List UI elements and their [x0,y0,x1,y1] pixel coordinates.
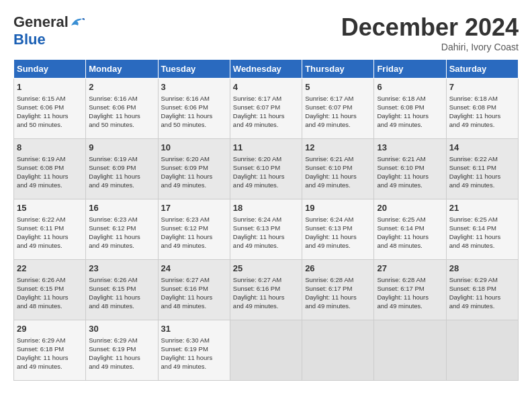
day-info: Sunrise: 6:18 AM Sunset: 6:08 PM Dayligh… [449,95,515,129]
calendar-table: SundayMondayTuesdayWednesdayThursdayFrid… [13,59,519,381]
calendar-day-cell: 19Sunrise: 6:24 AM Sunset: 6:13 PM Dayli… [302,199,374,260]
calendar-week-row: 29Sunrise: 6:29 AM Sunset: 6:18 PM Dayli… [14,320,519,381]
day-info: Sunrise: 6:30 AM Sunset: 6:19 PM Dayligh… [161,336,227,371]
day-info: Sunrise: 6:23 AM Sunset: 6:12 PM Dayligh… [161,216,227,250]
day-number: 17 [161,202,227,214]
calendar-day-cell: 21Sunrise: 6:25 AM Sunset: 6:14 PM Dayli… [446,199,518,260]
calendar-day-cell: 18Sunrise: 6:24 AM Sunset: 6:13 PM Dayli… [230,199,302,260]
calendar-day-cell: 10Sunrise: 6:20 AM Sunset: 6:09 PM Dayli… [158,139,230,199]
day-number: 4 [233,81,299,93]
day-of-week-header: Monday [86,60,158,79]
day-info: Sunrise: 6:22 AM Sunset: 6:11 PM Dayligh… [449,155,515,189]
logo: General Blue [13,13,85,48]
title-area: December 2024 Dahiri, Ivory Coast [341,13,519,52]
calendar-day-cell: 8Sunrise: 6:19 AM Sunset: 6:08 PM Daylig… [14,139,86,199]
calendar-day-cell: 24Sunrise: 6:27 AM Sunset: 6:16 PM Dayli… [158,260,230,320]
calendar-day-cell [302,320,374,381]
day-number: 21 [449,202,515,214]
day-number: 5 [305,81,371,93]
day-number: 14 [449,142,515,154]
calendar-day-cell: 1Sunrise: 6:15 AM Sunset: 6:06 PM Daylig… [14,79,86,139]
calendar-day-cell: 26Sunrise: 6:28 AM Sunset: 6:17 PM Dayli… [302,260,374,320]
day-of-week-header: Sunday [14,60,86,79]
day-info: Sunrise: 6:18 AM Sunset: 6:08 PM Dayligh… [377,95,443,129]
day-info: Sunrise: 6:29 AM Sunset: 6:19 PM Dayligh… [89,336,154,371]
logo-blue: Blue [13,31,46,48]
calendar-day-cell [446,320,518,381]
calendar-day-cell: 17Sunrise: 6:23 AM Sunset: 6:12 PM Dayli… [158,199,230,260]
day-number: 16 [89,202,154,214]
day-info: Sunrise: 6:25 AM Sunset: 6:14 PM Dayligh… [449,216,515,250]
day-number: 27 [377,263,443,275]
day-number: 8 [17,142,83,154]
calendar-day-cell: 16Sunrise: 6:23 AM Sunset: 6:12 PM Dayli… [86,199,158,260]
day-info: Sunrise: 6:23 AM Sunset: 6:12 PM Dayligh… [89,216,154,250]
calendar-day-cell [230,320,302,381]
day-number: 9 [89,142,154,154]
calendar-day-cell: 30Sunrise: 6:29 AM Sunset: 6:19 PM Dayli… [86,320,158,381]
calendar-day-cell [374,320,446,381]
day-info: Sunrise: 6:25 AM Sunset: 6:14 PM Dayligh… [377,216,443,250]
month-year-title: December 2024 [341,13,519,42]
day-info: Sunrise: 6:27 AM Sunset: 6:16 PM Dayligh… [233,276,299,310]
calendar-week-row: 22Sunrise: 6:26 AM Sunset: 6:15 PM Dayli… [14,260,519,320]
day-info: Sunrise: 6:27 AM Sunset: 6:16 PM Dayligh… [161,276,227,310]
day-number: 11 [233,142,299,154]
day-number: 12 [305,142,371,154]
day-info: Sunrise: 6:26 AM Sunset: 6:15 PM Dayligh… [17,276,83,310]
day-info: Sunrise: 6:19 AM Sunset: 6:09 PM Dayligh… [89,155,154,189]
logo-general: General [13,13,69,31]
day-info: Sunrise: 6:26 AM Sunset: 6:15 PM Dayligh… [89,276,154,310]
calendar-week-row: 8Sunrise: 6:19 AM Sunset: 6:08 PM Daylig… [14,139,519,199]
day-number: 25 [233,263,299,275]
calendar-day-cell: 3Sunrise: 6:16 AM Sunset: 6:06 PM Daylig… [158,79,230,139]
day-info: Sunrise: 6:16 AM Sunset: 6:06 PM Dayligh… [161,95,227,129]
day-info: Sunrise: 6:21 AM Sunset: 6:10 PM Dayligh… [305,155,371,189]
day-info: Sunrise: 6:17 AM Sunset: 6:07 PM Dayligh… [233,95,299,129]
page-header: General Blue December 2024 Dahiri, Ivory… [13,13,519,52]
day-info: Sunrise: 6:24 AM Sunset: 6:13 PM Dayligh… [305,216,371,250]
calendar-day-cell: 12Sunrise: 6:21 AM Sunset: 6:10 PM Dayli… [302,139,374,199]
calendar-day-cell: 20Sunrise: 6:25 AM Sunset: 6:14 PM Dayli… [374,199,446,260]
day-info: Sunrise: 6:20 AM Sunset: 6:10 PM Dayligh… [233,155,299,189]
day-number: 23 [89,263,154,275]
day-number: 15 [17,202,83,214]
calendar-day-cell: 22Sunrise: 6:26 AM Sunset: 6:15 PM Dayli… [14,260,86,320]
day-info: Sunrise: 6:29 AM Sunset: 6:18 PM Dayligh… [17,336,83,371]
calendar-day-cell: 15Sunrise: 6:22 AM Sunset: 6:11 PM Dayli… [14,199,86,260]
calendar-day-cell: 14Sunrise: 6:22 AM Sunset: 6:11 PM Dayli… [446,139,518,199]
day-number: 29 [17,323,83,335]
day-number: 7 [449,81,515,93]
calendar-week-row: 15Sunrise: 6:22 AM Sunset: 6:11 PM Dayli… [14,199,519,260]
day-info: Sunrise: 6:19 AM Sunset: 6:08 PM Dayligh… [17,155,83,189]
day-info: Sunrise: 6:16 AM Sunset: 6:06 PM Dayligh… [89,95,154,129]
calendar-day-cell: 28Sunrise: 6:29 AM Sunset: 6:18 PM Dayli… [446,260,518,320]
calendar-day-cell: 31Sunrise: 6:30 AM Sunset: 6:19 PM Dayli… [158,320,230,381]
day-of-week-header: Thursday [302,60,374,79]
day-info: Sunrise: 6:22 AM Sunset: 6:11 PM Dayligh… [17,216,83,250]
day-info: Sunrise: 6:28 AM Sunset: 6:17 PM Dayligh… [305,276,371,310]
day-info: Sunrise: 6:28 AM Sunset: 6:17 PM Dayligh… [377,276,443,310]
calendar-day-cell: 13Sunrise: 6:21 AM Sunset: 6:10 PM Dayli… [374,139,446,199]
calendar-day-cell: 11Sunrise: 6:20 AM Sunset: 6:10 PM Dayli… [230,139,302,199]
day-number: 26 [305,263,371,275]
calendar-day-cell: 5Sunrise: 6:17 AM Sunset: 6:07 PM Daylig… [302,79,374,139]
calendar-day-cell: 27Sunrise: 6:28 AM Sunset: 6:17 PM Dayli… [374,260,446,320]
day-of-week-header: Friday [374,60,446,79]
calendar-day-cell: 25Sunrise: 6:27 AM Sunset: 6:16 PM Dayli… [230,260,302,320]
calendar-day-cell: 2Sunrise: 6:16 AM Sunset: 6:06 PM Daylig… [86,79,158,139]
calendar-body: 1Sunrise: 6:15 AM Sunset: 6:06 PM Daylig… [14,79,519,381]
calendar-day-cell: 9Sunrise: 6:19 AM Sunset: 6:09 PM Daylig… [86,139,158,199]
day-number: 30 [89,323,154,335]
day-number: 28 [449,263,515,275]
location-label: Dahiri, Ivory Coast [341,42,519,52]
day-number: 13 [377,142,443,154]
day-info: Sunrise: 6:20 AM Sunset: 6:09 PM Dayligh… [161,155,227,189]
day-number: 20 [377,202,443,214]
day-info: Sunrise: 6:29 AM Sunset: 6:18 PM Dayligh… [449,276,515,310]
day-number: 2 [89,81,154,93]
calendar-day-cell: 6Sunrise: 6:18 AM Sunset: 6:08 PM Daylig… [374,79,446,139]
calendar-header-row: SundayMondayTuesdayWednesdayThursdayFrid… [14,60,519,79]
day-number: 18 [233,202,299,214]
logo-bird-icon [70,16,85,28]
